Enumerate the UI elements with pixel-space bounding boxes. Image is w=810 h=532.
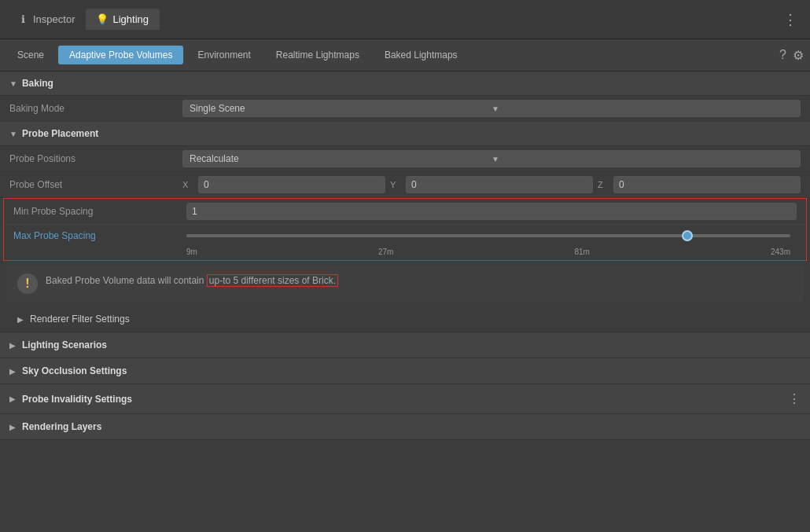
info-box: ! Baked Probe Volume data will contain u… [6,266,804,302]
help-icon[interactable]: ? [779,48,786,63]
slider-track [186,234,790,237]
slider-fill [186,234,687,237]
baking-section-header[interactable]: ▼ Baking [0,72,810,96]
probe-offset-xyz: X Y Z [182,176,801,193]
probe-offset-label: Probe Offset [9,179,182,190]
baking-mode-value: Single Scene [190,103,492,114]
sky-occlusion-section[interactable]: ▶ Sky Occlusion Settings [0,358,810,384]
probe-offset-row: Probe Offset X Y Z [0,172,810,198]
renderer-filter-label: Renderer Filter Settings [30,314,130,325]
lighting-scenarios-triangle-icon: ▶ [9,341,16,350]
tab-inspector[interactable]: ℹ Inspector [6,9,86,30]
probe-spacing-highlight-box: Min Probe Spacing Max Probe Spacing [3,198,807,261]
probe-invalidity-label: Probe Invalidity Settings [22,394,132,405]
max-probe-spacing-label: Max Probe Spacing [13,230,186,241]
probe-positions-arrow-icon: ▼ [492,155,793,163]
slider-label-9m: 9m [186,248,197,256]
baking-mode-label: Baking Mode [9,103,182,114]
header-more-button[interactable]: ⋮ [777,11,804,28]
rendering-layers-triangle-icon: ▶ [9,423,16,431]
probe-positions-value: Recalculate [190,153,492,164]
tab-adaptive-probe-volumes[interactable]: Adaptive Probe Volumes [58,46,183,64]
inspector-tab-label: Inspector [33,13,75,25]
max-probe-spacing-slider-wrap[interactable] [186,229,797,243]
slider-label-27m: 27m [378,248,393,256]
slider-thumb[interactable] [682,230,693,241]
probe-offset-y-input[interactable] [406,176,593,193]
probe-placement-section-header[interactable]: ▼ Probe Placement [0,122,810,146]
settings-icon[interactable]: ⚙ [793,48,804,63]
info-text-highlight: up-to 5 different sizes of Brick. [207,274,338,287]
sky-occlusion-triangle-icon: ▶ [9,367,16,376]
header-bar: ℹ Inspector 💡 Lighting ⋮ [0,0,810,39]
probe-positions-dropdown[interactable]: Recalculate ▼ [182,150,801,167]
min-probe-spacing-row: Min Probe Spacing [4,199,806,225]
tab-scene[interactable]: Scene [6,46,55,64]
main-content: ▼ Baking Baking Mode Single Scene ▼ ▼ Pr… [0,72,810,528]
probe-placement-section-title: Probe Placement [22,128,98,139]
baking-mode-row: Baking Mode Single Scene ▼ [0,96,810,122]
lighting-scenarios-label: Lighting Scenarios [22,339,107,350]
renderer-filter-triangle-icon: ▶ [17,315,24,324]
probe-invalidity-section[interactable]: ▶ Probe Invalidity Settings ⋮ [0,384,810,414]
baking-section-title: Baking [22,78,53,89]
rendering-layers-section[interactable]: ▶ Rendering Layers [0,414,810,440]
info-icon: ℹ [17,14,28,25]
sky-occlusion-label: Sky Occlusion Settings [22,365,127,376]
x-axis-label: X [182,180,193,189]
min-probe-spacing-input-wrap[interactable] [186,203,797,220]
tab-baked-lightmaps[interactable]: Baked Lightmaps [374,46,469,64]
info-text: Baked Probe Volume data will contain up-… [46,273,338,288]
probe-placement-triangle-icon: ▼ [9,130,17,138]
probe-positions-label: Probe Positions [9,153,182,164]
renderer-filter-section[interactable]: ▶ Renderer Filter Settings [0,306,810,332]
lighting-tab-label: Lighting [112,13,149,25]
dropdown-arrow-icon: ▼ [492,105,793,113]
baking-mode-dropdown[interactable]: Single Scene ▼ [182,100,801,117]
tab-lighting[interactable]: 💡 Lighting [86,9,160,30]
slider-labels: 9m 27m 81m 243m [186,248,790,256]
tab-realtime-lightmaps[interactable]: Realtime Lightmaps [265,46,370,64]
probe-invalidity-triangle-icon: ▶ [9,394,16,403]
probe-offset-x-input[interactable] [198,176,385,193]
slider-label-243m: 243m [771,248,790,256]
slider-label-81m: 81m [574,248,589,256]
min-probe-spacing-input[interactable] [186,203,797,220]
baking-triangle-icon: ▼ [9,79,17,88]
warning-icon: ! [17,273,38,294]
y-axis-label: Y [390,180,401,189]
max-probe-spacing-row: Max Probe Spacing 9m 27m 81m 243m [4,225,806,260]
z-axis-label: Z [598,180,609,189]
sub-tabs-bar: Scene Adaptive Probe Volumes Environment… [0,39,810,72]
min-probe-spacing-label: Min Probe Spacing [13,206,186,217]
max-probe-spacing-slider[interactable] [186,229,790,243]
rendering-layers-label: Rendering Layers [22,421,101,432]
probe-offset-z-input[interactable] [613,176,801,193]
probe-invalidity-more-icon[interactable]: ⋮ [788,391,801,406]
probe-positions-row: Probe Positions Recalculate ▼ [0,146,810,172]
lighting-icon: 💡 [97,14,108,25]
tab-environment[interactable]: Environment [186,46,261,64]
lighting-scenarios-section[interactable]: ▶ Lighting Scenarios [0,332,810,358]
info-text-before: Baked Probe Volume data will contain [46,275,207,286]
sub-tab-right-icons: ? ⚙ [779,48,804,63]
